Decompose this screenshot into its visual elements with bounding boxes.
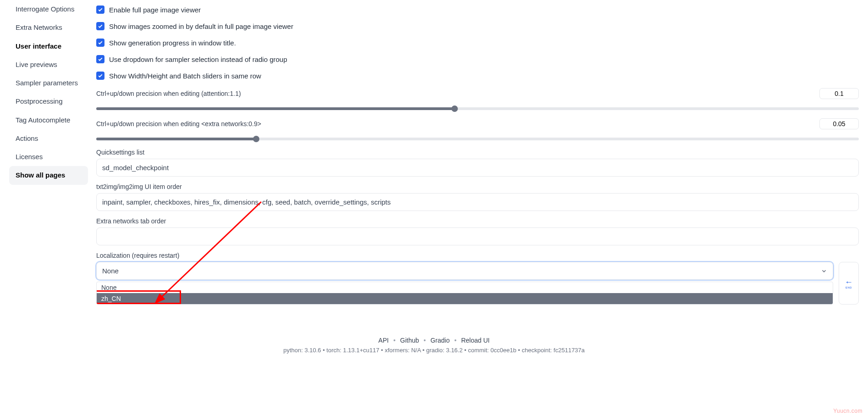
slider-attention-precision: Ctrl+up/down precision when editing (att…: [96, 88, 859, 112]
sidebar-item-extra-networks[interactable]: Extra Networks: [9, 18, 88, 37]
footer-meta: python: 3.10.6 • torch: 1.13.1+cu117 • x…: [0, 347, 868, 354]
checkbox-label: Enable full page image viewer: [109, 6, 201, 14]
checkbox-label: Show images zoomed in by default in full…: [109, 22, 293, 30]
field-label: txt2img/img2img UI item order: [96, 183, 859, 190]
checkbox-zoomed-in-row: Show images zoomed in by default in full…: [96, 22, 859, 30]
slider-track[interactable]: [96, 136, 859, 142]
slider-track-fill: [96, 138, 256, 140]
slider-track-fill: [96, 107, 455, 110]
slider-label: Ctrl+up/down precision when editing <ext…: [96, 120, 261, 128]
footer-link-reload-ui[interactable]: Reload UI: [461, 337, 489, 344]
slider-value-input[interactable]: [819, 118, 859, 129]
sidebar-item-tag-autocomplete[interactable]: Tag Autocomplete: [9, 111, 88, 129]
checkbox-label: Use dropdown for sampler selection inste…: [109, 55, 287, 63]
slider-thumb[interactable]: [253, 136, 259, 142]
check-icon: [98, 40, 103, 45]
localization-dropdown-options: None zh_CN: [96, 282, 833, 305]
checkbox-dropdown-sampler-row: Use dropdown for sampler selection inste…: [96, 55, 859, 63]
sidebar-item-sampler-parameters[interactable]: Sampler parameters: [9, 74, 88, 92]
settings-main: Enable full page image viewer Show image…: [92, 0, 859, 330]
checkbox-label: Show generation progress in window title…: [109, 39, 236, 47]
slider-track[interactable]: [96, 105, 859, 112]
dropdown-option-none[interactable]: None: [97, 282, 833, 293]
checkbox-dropdown-sampler[interactable]: [96, 55, 104, 63]
checkbox-label: Show Width/Height and Batch sliders in s…: [109, 72, 261, 80]
sidebar-item-show-all-pages[interactable]: Show all pages: [9, 166, 88, 184]
checkbox-zoomed-in[interactable]: [96, 22, 104, 30]
localization-refresh-button[interactable]: ← END: [839, 262, 859, 305]
chevron-down-icon: [821, 268, 827, 274]
check-icon: [98, 7, 103, 12]
dropdown-option-zh-cn[interactable]: zh_CN: [97, 293, 833, 304]
footer-links: API • Github • Gradio • Reload UI: [0, 337, 868, 344]
dot-separator-icon: •: [454, 337, 456, 344]
dropdown-selected-value: None: [102, 267, 119, 275]
dot-separator-icon: •: [393, 337, 396, 344]
check-icon: [98, 56, 103, 62]
checkbox-width-height-row-row: Show Width/Height and Batch sliders in s…: [96, 72, 859, 80]
quicksettings-field: Quicksettings list: [96, 149, 859, 177]
slider-label: Ctrl+up/down precision when editing (att…: [96, 90, 241, 97]
footer-link-gradio[interactable]: Gradio: [430, 337, 450, 344]
checkbox-full-page-viewer-row: Enable full page image viewer: [96, 6, 859, 14]
checkbox-window-title-progress[interactable]: [96, 39, 104, 47]
extra-networks-tab-order-input[interactable]: [96, 227, 859, 245]
localization-dropdown[interactable]: None: [96, 262, 833, 280]
sidebar-item-interrogate-options[interactable]: Interrogate Options: [9, 0, 88, 18]
field-label: Localization (requires restart): [96, 252, 859, 259]
footer: API • Github • Gradio • Reload UI python…: [0, 330, 868, 357]
sidebar-item-licenses[interactable]: Licenses: [9, 148, 88, 166]
field-label: Extra networks tab order: [96, 217, 859, 225]
check-icon: [98, 23, 103, 29]
settings-sidebar: Interrogate Options Extra Networks User …: [9, 0, 92, 330]
localization-field: Localization (requires restart) None Non…: [96, 252, 859, 305]
ui-item-order-input[interactable]: [96, 193, 859, 211]
sidebar-item-live-previews[interactable]: Live previews: [9, 55, 88, 74]
sidebar-item-actions[interactable]: Actions: [9, 129, 88, 148]
ui-item-order-field: txt2img/img2img UI item order: [96, 183, 859, 211]
refresh-end-icon: ← END: [845, 278, 853, 289]
quicksettings-input[interactable]: [96, 159, 859, 177]
field-label: Quicksettings list: [96, 149, 859, 156]
sidebar-item-postprocessing[interactable]: Postprocessing: [9, 92, 88, 111]
checkbox-width-height-row[interactable]: [96, 72, 104, 80]
check-icon: [98, 73, 103, 78]
slider-extra-networks-precision: Ctrl+up/down precision when editing <ext…: [96, 118, 859, 142]
checkbox-window-title-progress-row: Show generation progress in window title…: [96, 39, 859, 47]
footer-link-api[interactable]: API: [379, 337, 389, 344]
dot-separator-icon: •: [423, 337, 426, 344]
checkbox-full-page-viewer[interactable]: [96, 6, 104, 14]
footer-link-github[interactable]: Github: [400, 337, 419, 344]
slider-value-input[interactable]: [819, 88, 859, 99]
sidebar-item-user-interface[interactable]: User interface: [9, 37, 88, 55]
extra-networks-tab-order-field: Extra networks tab order: [96, 217, 859, 245]
slider-thumb[interactable]: [451, 105, 458, 112]
